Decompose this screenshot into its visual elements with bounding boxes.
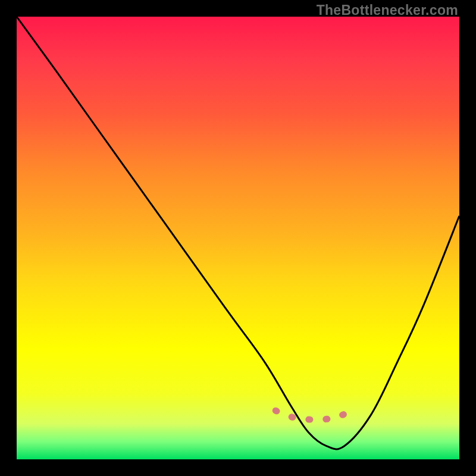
watermark-text: TheBottlenecker.com (317, 2, 458, 18)
optimal-zone-marker (275, 411, 350, 419)
plot-area (17, 17, 459, 459)
frame-right (459, 0, 476, 476)
bottleneck-curve (17, 17, 459, 449)
chart-container: TheBottlenecker.com (0, 0, 476, 476)
frame-bottom (0, 459, 476, 476)
curve-layer (17, 17, 459, 459)
frame-left (0, 0, 17, 476)
